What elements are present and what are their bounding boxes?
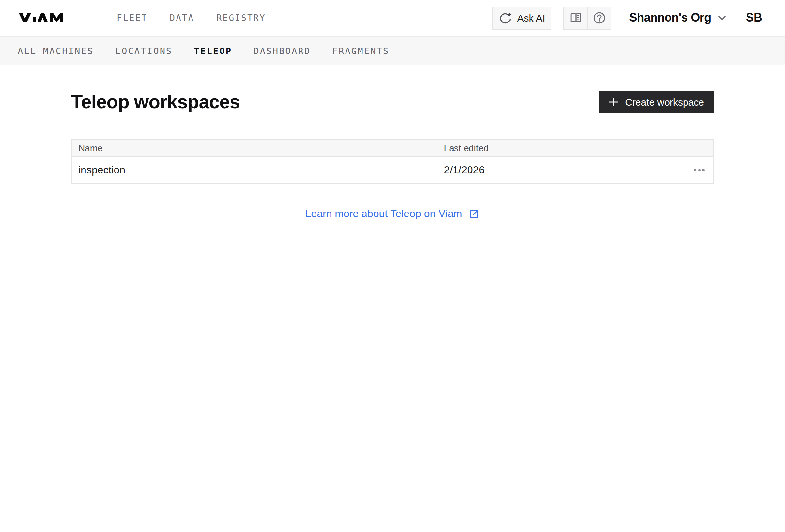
- column-header-name: Name: [72, 143, 437, 153]
- tab-locations[interactable]: LOCATIONS: [115, 45, 172, 56]
- ask-ai-label: Ask AI: [517, 12, 545, 24]
- learn-more-label: Learn more about Teleop on Viam: [305, 208, 462, 220]
- workspaces-table: Name Last edited inspection 2/1/2026: [71, 139, 714, 184]
- tab-all-machines[interactable]: ALL MACHINES: [18, 45, 94, 56]
- create-workspace-button[interactable]: Create workspace: [599, 91, 714, 113]
- column-header-last-edited: Last edited: [437, 143, 713, 153]
- create-workspace-label: Create workspace: [625, 97, 704, 108]
- tab-teleop[interactable]: TELEOP: [194, 45, 232, 56]
- user-avatar[interactable]: SB: [746, 11, 762, 25]
- row-actions-menu-button[interactable]: [690, 165, 713, 176]
- learn-more-link[interactable]: Learn more about Teleop on Viam: [305, 208, 480, 220]
- chevron-down-icon: [718, 15, 726, 21]
- content-header: Teleop workspaces Create workspace: [71, 91, 714, 113]
- ai-refresh-sparkle-icon: [499, 11, 512, 25]
- table-header-row: Name Last edited: [72, 139, 713, 157]
- learn-more-row: Learn more about Teleop on Viam: [71, 208, 714, 220]
- viam-logo-icon: [19, 13, 63, 23]
- ellipsis-icon: [694, 169, 696, 171]
- external-link-icon: [469, 208, 480, 219]
- docs-book-icon: [569, 11, 583, 25]
- nav-fleet[interactable]: FLEET: [117, 13, 148, 23]
- main-content: Teleop workspaces Create workspace Name …: [71, 91, 714, 220]
- help-button[interactable]: [588, 7, 611, 29]
- ask-ai-button[interactable]: Ask AI: [492, 6, 552, 30]
- tab-fragments[interactable]: FRAGMENTS: [332, 45, 389, 56]
- nav-data[interactable]: DATA: [170, 13, 194, 23]
- workspace-last-edited-cell: 2/1/2026: [437, 164, 640, 176]
- org-switcher[interactable]: Shannon's Org: [629, 11, 726, 25]
- tab-dashboard[interactable]: DASHBOARD: [254, 45, 311, 56]
- help-circle-icon: [593, 11, 607, 25]
- plus-icon: [609, 97, 618, 107]
- table-row[interactable]: inspection 2/1/2026: [72, 157, 713, 183]
- top-bar: FLEET DATA REGISTRY Ask AI: [0, 0, 785, 36]
- page-title: Teleop workspaces: [71, 91, 240, 113]
- nav-registry[interactable]: REGISTRY: [217, 13, 266, 23]
- workspace-name-cell[interactable]: inspection: [72, 164, 437, 176]
- viam-app: FLEET DATA REGISTRY Ask AI: [0, 0, 785, 532]
- org-name: Shannon's Org: [629, 11, 711, 25]
- help-icon-group: [563, 6, 612, 30]
- logo-divider: [91, 11, 91, 25]
- viam-logo[interactable]: [19, 13, 63, 23]
- docs-button[interactable]: [564, 7, 588, 29]
- primary-nav: FLEET DATA REGISTRY: [117, 13, 266, 23]
- fleet-subnav: ALL MACHINES LOCATIONS TELEOP DASHBOARD …: [0, 36, 785, 65]
